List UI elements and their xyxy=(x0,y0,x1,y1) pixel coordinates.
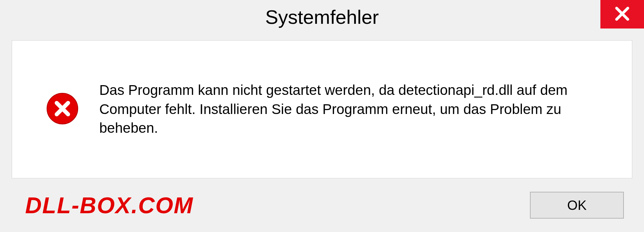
error-message: Das Programm kann nicht gestartet werden… xyxy=(99,81,612,138)
error-icon xyxy=(46,92,79,127)
dialog-title: Systemfehler xyxy=(265,6,379,28)
titlebar: Systemfehler xyxy=(0,0,644,34)
watermark-text: DLL-BOX.COM xyxy=(25,192,194,218)
close-button[interactable] xyxy=(600,0,644,28)
ok-button[interactable]: OK xyxy=(530,192,624,219)
content-area: Das Programm kann nicht gestartet werden… xyxy=(12,40,632,178)
dialog-footer: DLL-BOX.COM OK xyxy=(0,178,644,232)
close-icon xyxy=(614,5,631,23)
error-dialog: Systemfehler Das Programm kann nicht ges… xyxy=(0,0,644,232)
